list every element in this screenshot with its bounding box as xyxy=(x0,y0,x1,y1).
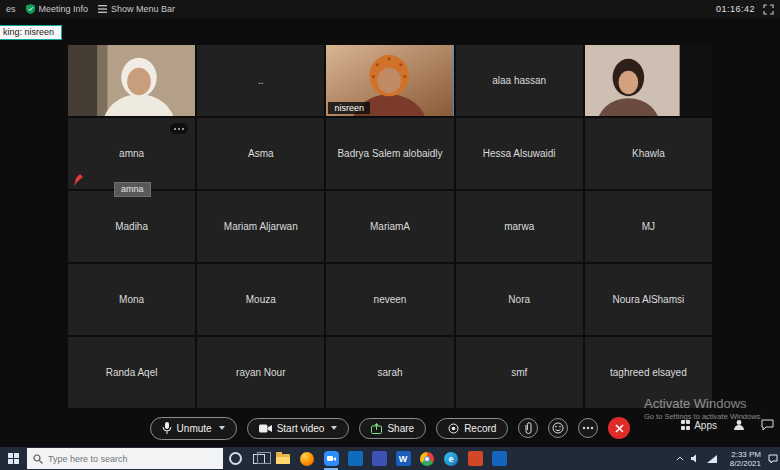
participant-tile[interactable]: amna xyxy=(68,118,195,189)
participant-tile[interactable]: Asma xyxy=(197,118,324,189)
windows-taskbar: W e 2:33 PM 8/2/2021 xyxy=(0,447,780,470)
show-menu-bar-button[interactable]: Show Menu Bar xyxy=(98,4,175,14)
participant-video-feed xyxy=(68,45,195,116)
participant-tile[interactable]: Noura AlShamsi xyxy=(585,264,712,335)
cortana-icon[interactable] xyxy=(223,447,247,470)
search-input[interactable] xyxy=(48,454,208,464)
participant-name: Asma xyxy=(245,148,277,159)
participant-name: taghreed elsayed xyxy=(607,367,690,378)
share-screen-button[interactable]: Share xyxy=(359,418,426,439)
participant-tile[interactable]: sarah xyxy=(326,337,453,408)
participant-tile[interactable]: Hessa Alsuwaidi xyxy=(456,118,583,189)
exit-fullscreen-icon[interactable] xyxy=(763,4,774,15)
share-screen-icon xyxy=(371,423,382,434)
volume-icon[interactable] xyxy=(691,454,700,463)
participant-name: MariamA xyxy=(367,221,413,232)
window-title-fragment: es xyxy=(6,4,16,14)
participant-name: amna xyxy=(116,148,147,159)
participant-tile[interactable]: Randa Aqel xyxy=(68,337,195,408)
reactions-button[interactable] xyxy=(548,418,568,438)
clock-time: 2:33 PM xyxy=(731,450,761,459)
participants-button[interactable] xyxy=(733,419,745,431)
participant-name: Madiha xyxy=(112,221,151,232)
windows-logo-icon xyxy=(8,453,19,464)
meeting-topbar: es Meeting Info Show Menu Bar 01:16:42 xyxy=(0,0,780,18)
participant-tile[interactable]: rayan Nour xyxy=(197,337,324,408)
meeting-info-label: Meeting Info xyxy=(39,4,89,14)
participant-tile[interactable]: Khawla xyxy=(585,118,712,189)
participant-tile[interactable]: amna Madiha xyxy=(68,191,195,262)
apps-button[interactable]: Apps xyxy=(681,420,717,431)
annotate-button[interactable] xyxy=(518,418,538,438)
firefox-icon[interactable] xyxy=(295,447,319,470)
chevron-down-icon[interactable] xyxy=(331,426,337,430)
participant-name: Nora xyxy=(505,294,533,305)
paperclip-icon xyxy=(524,422,533,434)
ellipsis-icon xyxy=(582,426,594,430)
participant-tile-video[interactable] xyxy=(68,45,195,116)
task-view-icon[interactable] xyxy=(247,447,271,470)
taskbar-search[interactable] xyxy=(27,448,223,469)
apps-grid-icon xyxy=(681,420,691,430)
participant-tile-active-speaker[interactable]: nisreen xyxy=(326,45,453,116)
meeting-info-button[interactable]: Meeting Info xyxy=(26,4,89,14)
system-tray: 2:33 PM 8/2/2021 xyxy=(676,450,780,468)
participant-tile[interactable]: smf xyxy=(456,337,583,408)
taskbar-app-icon-blue2[interactable] xyxy=(487,447,511,470)
start-button[interactable] xyxy=(0,447,27,470)
participant-name: .. xyxy=(255,75,267,86)
participant-tile[interactable]: Nora xyxy=(456,264,583,335)
edge-icon[interactable]: e xyxy=(439,447,463,470)
start-video-label: Start video xyxy=(277,423,325,434)
network-icon[interactable] xyxy=(707,455,717,463)
apps-label: Apps xyxy=(694,420,717,431)
speaking-indicator: king: nisreen xyxy=(0,25,62,40)
participant-tile[interactable]: Mona xyxy=(68,264,195,335)
participant-name: Randa Aqel xyxy=(103,367,161,378)
chevron-down-icon[interactable] xyxy=(219,426,225,430)
taskbar-app-icon-blue[interactable] xyxy=(343,447,367,470)
microphone-icon xyxy=(162,422,172,435)
name-tooltip: amna xyxy=(114,182,151,197)
tray-chevron-icon[interactable] xyxy=(676,456,684,461)
participant-tile[interactable]: Mouza xyxy=(197,264,324,335)
unmute-label: Unmute xyxy=(177,423,212,434)
record-button[interactable]: Record xyxy=(436,418,508,439)
participant-tile[interactable]: Mariam Aljarwan xyxy=(197,191,324,262)
smiley-icon xyxy=(552,422,564,434)
activate-windows-watermark: Activate Windows Go to Settings to activ… xyxy=(644,396,762,421)
participant-tile[interactable]: alaa hassan xyxy=(456,45,583,116)
search-icon xyxy=(33,454,43,464)
action-center-icon[interactable] xyxy=(768,454,778,464)
tile-options-button[interactable] xyxy=(170,123,188,134)
chat-button[interactable] xyxy=(761,419,774,431)
leave-meeting-button[interactable] xyxy=(608,417,630,439)
participant-name: Hessa Alsuwaidi xyxy=(480,148,559,159)
file-explorer-icon[interactable] xyxy=(271,447,295,470)
taskbar-clock[interactable]: 2:33 PM 8/2/2021 xyxy=(724,450,761,468)
taskbar-app-icon-indigo[interactable] xyxy=(367,447,391,470)
participant-tile[interactable]: marwa xyxy=(456,191,583,262)
participant-video-feed xyxy=(585,45,712,116)
participant-name: Mariam Aljarwan xyxy=(221,221,301,232)
participant-tile[interactable]: .. xyxy=(197,45,324,116)
participant-tile[interactable]: MJ xyxy=(585,191,712,262)
more-options-button[interactable] xyxy=(578,418,598,438)
powerpoint-icon[interactable] xyxy=(463,447,487,470)
word-icon[interactable]: W xyxy=(391,447,415,470)
zoom-meeting-window: es Meeting Info Show Menu Bar 01:16:42 k… xyxy=(0,0,780,470)
participant-name: Mouza xyxy=(243,294,279,305)
participant-tile-video[interactable] xyxy=(585,45,712,116)
start-video-button[interactable]: Start video xyxy=(247,418,350,439)
chat-bubble-icon xyxy=(761,419,774,431)
participant-tile[interactable]: neveen xyxy=(326,264,453,335)
chrome-icon[interactable] xyxy=(415,447,439,470)
speaking-indicator-text: king: nisreen xyxy=(3,27,54,37)
participant-name: sarah xyxy=(374,367,405,378)
participant-name: Badrya Salem alobaidly xyxy=(334,148,445,159)
zoom-app-icon[interactable] xyxy=(319,447,343,470)
participant-tile[interactable]: MariamA xyxy=(326,191,453,262)
participant-tile[interactable]: Badrya Salem alobaidly xyxy=(326,118,453,189)
participant-name: rayan Nour xyxy=(233,367,288,378)
unmute-button[interactable]: Unmute xyxy=(150,417,237,440)
